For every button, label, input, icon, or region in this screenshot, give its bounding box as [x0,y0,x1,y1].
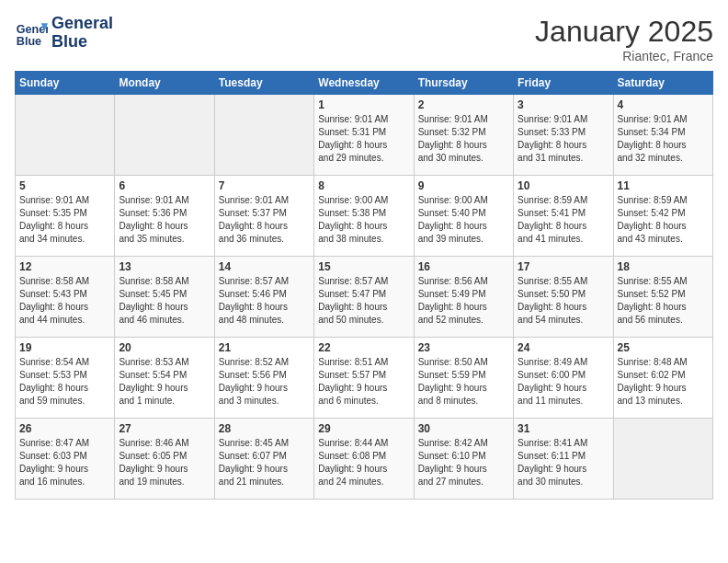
day-number: 11 [618,179,709,192]
calendar-cell: 13Sunrise: 8:58 AM Sunset: 5:45 PM Dayli… [115,257,214,338]
day-number: 10 [518,179,609,192]
calendar-cell: 22Sunrise: 8:51 AM Sunset: 5:57 PM Dayli… [314,338,414,419]
day-info: Sunrise: 8:49 AM Sunset: 6:00 PM Dayligh… [518,356,609,408]
day-info: Sunrise: 8:59 AM Sunset: 5:41 PM Dayligh… [518,194,609,246]
day-info: Sunrise: 8:46 AM Sunset: 6:05 PM Dayligh… [119,437,210,488]
calendar-cell: 12Sunrise: 8:58 AM Sunset: 5:43 PM Dayli… [16,257,115,338]
logo-icon: General Blue [15,17,48,50]
logo: General Blue General Blue [15,15,113,52]
day-number: 19 [19,341,110,354]
day-number: 27 [119,422,210,435]
calendar-cell: 31Sunrise: 8:41 AM Sunset: 6:11 PM Dayli… [514,419,613,500]
calendar-cell: 4Sunrise: 9:01 AM Sunset: 5:34 PM Daylig… [613,95,712,176]
day-number: 16 [418,260,509,273]
day-info: Sunrise: 8:58 AM Sunset: 5:43 PM Dayligh… [19,275,110,327]
calendar-cell: 17Sunrise: 8:55 AM Sunset: 5:50 PM Dayli… [514,257,613,338]
day-info: Sunrise: 9:01 AM Sunset: 5:35 PM Dayligh… [19,194,110,246]
calendar-cell: 28Sunrise: 8:45 AM Sunset: 6:07 PM Dayli… [214,419,313,500]
calendar-cell: 21Sunrise: 8:52 AM Sunset: 5:56 PM Dayli… [214,338,313,419]
calendar-cell: 15Sunrise: 8:57 AM Sunset: 5:47 PM Dayli… [314,257,414,338]
month-title: January 2025 [535,15,713,49]
page-header: General Blue General Blue January 2025 R… [15,15,713,63]
weekday-header: Sunday [16,72,115,95]
calendar-cell: 6Sunrise: 9:01 AM Sunset: 5:36 PM Daylig… [115,176,214,257]
calendar-cell [115,95,214,176]
day-info: Sunrise: 8:53 AM Sunset: 5:54 PM Dayligh… [119,356,210,408]
calendar-cell [613,419,712,500]
calendar-cell: 9Sunrise: 9:00 AM Sunset: 5:40 PM Daylig… [414,176,513,257]
calendar-cell: 8Sunrise: 9:00 AM Sunset: 5:38 PM Daylig… [314,176,414,257]
title-area: January 2025 Riantec, France [535,15,713,63]
calendar-body: 1Sunrise: 9:01 AM Sunset: 5:31 PM Daylig… [16,95,713,500]
day-info: Sunrise: 8:54 AM Sunset: 5:53 PM Dayligh… [19,356,110,408]
day-info: Sunrise: 8:59 AM Sunset: 5:42 PM Dayligh… [618,194,709,246]
day-info: Sunrise: 8:45 AM Sunset: 6:07 PM Dayligh… [219,437,310,488]
calendar-cell: 23Sunrise: 8:50 AM Sunset: 5:59 PM Dayli… [414,338,513,419]
calendar-header-row: SundayMondayTuesdayWednesdayThursdayFrid… [16,72,713,95]
day-info: Sunrise: 8:41 AM Sunset: 6:11 PM Dayligh… [518,437,609,488]
weekday-header: Tuesday [214,72,313,95]
day-number: 24 [518,341,609,354]
calendar-cell: 18Sunrise: 8:55 AM Sunset: 5:52 PM Dayli… [613,257,712,338]
day-info: Sunrise: 8:51 AM Sunset: 5:57 PM Dayligh… [318,356,409,408]
day-number: 20 [119,341,210,354]
day-info: Sunrise: 9:01 AM Sunset: 5:33 PM Dayligh… [518,113,609,165]
day-info: Sunrise: 8:57 AM Sunset: 5:47 PM Dayligh… [318,275,409,327]
day-info: Sunrise: 8:57 AM Sunset: 5:46 PM Dayligh… [219,275,310,327]
calendar-cell: 27Sunrise: 8:46 AM Sunset: 6:05 PM Dayli… [115,419,214,500]
day-number: 18 [618,260,709,273]
day-number: 15 [318,260,409,273]
day-number: 12 [19,260,110,273]
day-info: Sunrise: 8:42 AM Sunset: 6:10 PM Dayligh… [418,437,509,488]
svg-text:Blue: Blue [17,34,41,47]
calendar-cell: 14Sunrise: 8:57 AM Sunset: 5:46 PM Dayli… [214,257,313,338]
calendar-week-row: 26Sunrise: 8:47 AM Sunset: 6:03 PM Dayli… [16,419,713,500]
calendar-cell: 30Sunrise: 8:42 AM Sunset: 6:10 PM Dayli… [414,419,513,500]
calendar-week-row: 1Sunrise: 9:01 AM Sunset: 5:31 PM Daylig… [16,95,713,176]
day-number: 2 [418,98,509,111]
weekday-header: Friday [514,72,613,95]
day-number: 9 [418,179,509,192]
day-info: Sunrise: 9:01 AM Sunset: 5:37 PM Dayligh… [219,194,310,246]
weekday-header: Monday [115,72,214,95]
calendar-week-row: 5Sunrise: 9:01 AM Sunset: 5:35 PM Daylig… [16,176,713,257]
calendar-week-row: 12Sunrise: 8:58 AM Sunset: 5:43 PM Dayli… [16,257,713,338]
day-info: Sunrise: 8:55 AM Sunset: 5:52 PM Dayligh… [618,275,709,327]
day-number: 31 [518,422,609,435]
day-number: 17 [518,260,609,273]
calendar-cell: 5Sunrise: 9:01 AM Sunset: 5:35 PM Daylig… [16,176,115,257]
weekday-header: Wednesday [314,72,414,95]
day-info: Sunrise: 8:55 AM Sunset: 5:50 PM Dayligh… [518,275,609,327]
day-info: Sunrise: 9:01 AM Sunset: 5:31 PM Dayligh… [318,113,409,165]
calendar-cell: 19Sunrise: 8:54 AM Sunset: 5:53 PM Dayli… [16,338,115,419]
location: Riantec, France [535,49,713,63]
day-number: 13 [119,260,210,273]
day-number: 22 [318,341,409,354]
calendar-cell: 16Sunrise: 8:56 AM Sunset: 5:49 PM Dayli… [414,257,513,338]
day-info: Sunrise: 9:00 AM Sunset: 5:40 PM Dayligh… [418,194,509,246]
day-number: 26 [19,422,110,435]
day-number: 3 [518,98,609,111]
day-number: 14 [219,260,310,273]
weekday-header: Saturday [613,72,712,95]
logo-text: General Blue [51,15,113,52]
day-number: 8 [318,179,409,192]
day-number: 23 [418,341,509,354]
weekday-header: Thursday [414,72,513,95]
day-info: Sunrise: 9:01 AM Sunset: 5:36 PM Dayligh… [119,194,210,246]
calendar-cell [214,95,313,176]
calendar-cell: 3Sunrise: 9:01 AM Sunset: 5:33 PM Daylig… [514,95,613,176]
day-number: 28 [219,422,310,435]
calendar-table: SundayMondayTuesdayWednesdayThursdayFrid… [15,71,713,500]
calendar-cell: 29Sunrise: 8:44 AM Sunset: 6:08 PM Dayli… [314,419,414,500]
day-number: 30 [418,422,509,435]
day-number: 29 [318,422,409,435]
calendar-cell [16,95,115,176]
calendar-cell: 26Sunrise: 8:47 AM Sunset: 6:03 PM Dayli… [16,419,115,500]
day-info: Sunrise: 9:01 AM Sunset: 5:34 PM Dayligh… [618,113,709,165]
day-number: 25 [618,341,709,354]
day-number: 1 [318,98,409,111]
day-number: 21 [219,341,310,354]
calendar-cell: 24Sunrise: 8:49 AM Sunset: 6:00 PM Dayli… [514,338,613,419]
day-number: 4 [618,98,709,111]
